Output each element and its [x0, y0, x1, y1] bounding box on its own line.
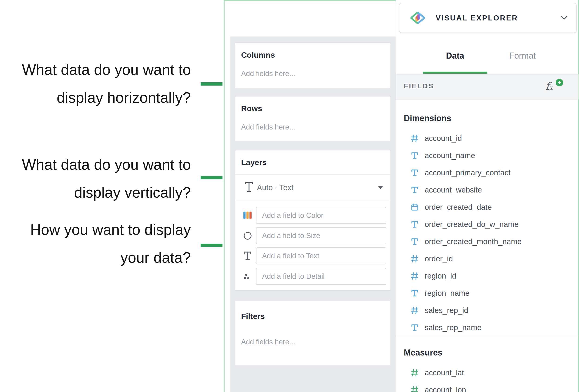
fields-panel: VISUAL EXPLORER Data Format FIELDS fx + …	[396, 0, 578, 392]
field-name: account_id	[425, 134, 462, 143]
text-field-input[interactable]	[256, 247, 386, 264]
field-name: account_website	[425, 185, 482, 194]
annotation-line: your data?	[14, 244, 191, 272]
layer-mode-label: Auto - Text	[257, 183, 293, 192]
field-item[interactable]: account_lon	[396, 381, 579, 392]
field-item[interactable]: region_id	[396, 267, 579, 284]
text-field-icon	[411, 237, 419, 246]
field-name: order_created_date	[425, 203, 492, 212]
layers-shelf: Layers Auto - Text	[235, 150, 391, 291]
color-field-input[interactable]	[256, 207, 386, 224]
field-name: order_created_do_w_name	[425, 220, 519, 229]
field-item[interactable]: sales_rep_id	[396, 302, 579, 319]
number-field-icon	[411, 272, 419, 280]
connector-line-rows	[201, 176, 222, 179]
field-name: sales_rep_name	[425, 323, 482, 332]
field-item[interactable]: account_lat	[396, 364, 579, 381]
color-icon	[242, 210, 253, 221]
layer-slot-color	[235, 207, 390, 224]
visual-explorer-logo	[411, 12, 425, 24]
annotation-line: What data do you want to	[14, 151, 191, 178]
annotation-line: display vertically?	[14, 178, 191, 207]
measures-list: account_lataccount_lon	[396, 364, 579, 392]
annotation-layers: How you want to display your data?	[14, 216, 191, 272]
field-item[interactable]: order_id	[396, 250, 579, 267]
shelf-column: Columns Add fields here... Rows Add fiel…	[224, 1, 396, 392]
text-type-icon	[244, 181, 254, 193]
field-item[interactable]: order_created_month_name	[396, 233, 579, 250]
layers-shelf-title: Layers	[241, 158, 267, 167]
field-item[interactable]: sales_rep_name	[396, 319, 579, 336]
caret-down-icon	[378, 186, 383, 189]
text-field-icon	[411, 168, 419, 177]
filters-shelf-title: Filters	[241, 312, 265, 321]
shelf-panel: Columns Add fields here... Rows Add fiel…	[230, 37, 396, 392]
plus-icon: +	[556, 79, 563, 86]
field-name: account_primary_contact	[425, 168, 510, 177]
detail-field-input[interactable]	[256, 268, 386, 285]
dimensions-list: account_idaccount_nameaccount_primary_co…	[396, 130, 579, 336]
filters-shelf[interactable]: Filters Add fields here...	[235, 301, 391, 365]
rows-shelf-placeholder[interactable]: Add fields here...	[241, 123, 295, 131]
annotation-line: display horizontally?	[14, 84, 191, 112]
filters-shelf-placeholder[interactable]: Add fields here...	[241, 338, 295, 346]
layer-slot-detail	[235, 268, 390, 285]
app-title: VISUAL EXPLORER	[436, 14, 518, 22]
rows-shelf-title: Rows	[241, 104, 262, 113]
field-name: region_name	[425, 289, 470, 298]
columns-shelf-placeholder[interactable]: Add fields here...	[241, 69, 295, 78]
date-field-icon	[411, 203, 419, 211]
text-icon	[242, 250, 253, 261]
field-item[interactable]: region_name	[396, 284, 579, 302]
field-item[interactable]: order_created_do_w_name	[396, 216, 579, 233]
columns-shelf-title: Columns	[241, 51, 275, 59]
divider	[235, 200, 390, 200]
field-name: region_id	[425, 272, 456, 280]
tab-data[interactable]: Data	[423, 49, 487, 62]
dimensions-title: Dimensions	[404, 113, 451, 124]
field-name: order_id	[425, 254, 453, 263]
field-item[interactable]: order_created_date	[396, 199, 579, 216]
detail-icon	[242, 271, 253, 282]
field-name: account_name	[425, 151, 475, 160]
layer-slot-size	[235, 227, 390, 244]
field-item[interactable]: account_website	[396, 181, 579, 199]
field-item[interactable]: account_name	[396, 147, 579, 164]
annotation-columns: What data do you want to display horizon…	[14, 56, 191, 112]
columns-shelf[interactable]: Columns Add fields here...	[235, 43, 391, 88]
visual-explorer-header[interactable]: VISUAL EXPLORER	[399, 3, 577, 33]
text-field-icon	[411, 186, 419, 194]
field-item[interactable]: account_primary_contact	[396, 164, 579, 181]
size-field-input[interactable]	[256, 227, 386, 244]
fx-add-icon[interactable]: fx +	[545, 79, 563, 95]
annotation-line: What data do you want to	[14, 56, 191, 84]
layer-mode-dropdown[interactable]: Auto - Text	[235, 175, 390, 200]
field-name: account_lat	[425, 368, 464, 377]
text-field-icon	[411, 151, 419, 160]
active-tab-underline	[423, 72, 487, 74]
field-name: sales_rep_id	[425, 306, 468, 315]
number-field-icon	[411, 386, 419, 392]
connector-line-layers	[201, 244, 222, 247]
annotation-rows: What data do you want to display vertica…	[14, 151, 191, 207]
text-field-icon	[411, 323, 419, 332]
field-item[interactable]: account_id	[396, 130, 579, 147]
number-field-icon	[411, 255, 419, 263]
measures-title: Measures	[404, 348, 442, 358]
text-field-icon	[411, 289, 419, 297]
layer-slot-text	[235, 247, 390, 264]
chevron-down-icon[interactable]	[561, 16, 567, 20]
field-name: order_created_month_name	[425, 237, 521, 246]
fields-section-header: FIELDS fx +	[396, 74, 579, 100]
fields-section-label: FIELDS	[404, 82, 434, 90]
connector-line-columns	[201, 82, 222, 86]
divider	[396, 335, 579, 335]
size-icon	[242, 230, 253, 241]
number-field-icon	[411, 306, 419, 315]
tab-format[interactable]: Format	[491, 49, 554, 62]
field-name: account_lon	[425, 386, 466, 392]
text-field-icon	[411, 220, 419, 228]
number-field-icon	[411, 134, 419, 143]
rows-shelf[interactable]: Rows Add fields here...	[235, 96, 391, 141]
number-field-icon	[411, 369, 419, 377]
